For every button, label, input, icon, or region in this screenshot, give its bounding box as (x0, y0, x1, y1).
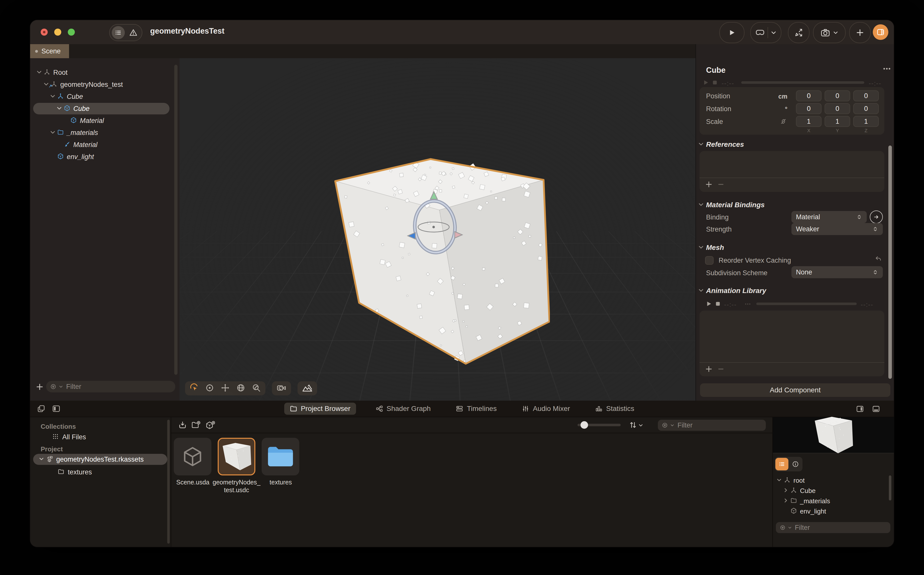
add-entity-button[interactable] (35, 381, 45, 392)
ellipsis-icon[interactable] (744, 300, 751, 308)
chevron-down-icon[interactable] (36, 69, 42, 76)
sort-button[interactable] (629, 421, 637, 430)
chevron-down-icon[interactable] (39, 456, 44, 462)
preview-filter-field[interactable] (776, 522, 891, 533)
chevron-down-icon[interactable] (788, 525, 792, 530)
rotation-x-field[interactable]: 0 (796, 103, 822, 114)
thumbnail-size-slider[interactable] (578, 424, 621, 426)
remove-reference-button[interactable] (717, 181, 725, 189)
references-list[interactable] (699, 151, 884, 192)
add-component-button[interactable]: Add Component (700, 383, 891, 397)
select-tool-button[interactable] (190, 383, 199, 393)
textures-folder-item[interactable]: textures (30, 467, 171, 477)
viewport-3d[interactable] (180, 58, 696, 401)
position-y-field[interactable]: 0 (825, 90, 850, 102)
tree-item-cube-mesh-selected[interactable]: Cube (30, 103, 180, 114)
chevron-down-icon[interactable] (50, 129, 56, 136)
tree-item-cube-transform[interactable]: Cube (30, 91, 180, 102)
tree-item-material-brush[interactable]: Material (30, 139, 180, 151)
inspector-scrollbar[interactable] (888, 146, 892, 379)
info-mode-button[interactable] (789, 458, 802, 470)
zoom-tool-button[interactable] (252, 383, 261, 393)
chevron-down-icon[interactable] (698, 141, 704, 148)
scrollbar[interactable] (174, 65, 177, 375)
new-asset-button[interactable] (206, 421, 215, 430)
stop-icon[interactable] (715, 300, 721, 308)
tree-item-material-cube[interactable]: Material (30, 115, 180, 126)
slider-thumb[interactable] (580, 421, 588, 429)
reset-camera-button[interactable] (276, 383, 287, 394)
scale-x-field[interactable]: 1 (796, 116, 822, 127)
rotation-z-field[interactable]: 0 (853, 103, 879, 114)
panel-right-toggle-button[interactable] (856, 405, 864, 414)
hierarchy-filter-input[interactable] (65, 383, 171, 391)
file-tile-scene-usda[interactable] (174, 438, 212, 475)
chevron-down-icon[interactable] (59, 384, 63, 389)
tab-shader-graph[interactable]: Shader Graph (370, 403, 437, 415)
more-options-button[interactable] (882, 64, 891, 74)
globe-tool-button[interactable] (236, 383, 245, 393)
chevron-down-icon[interactable] (698, 244, 704, 251)
preview-tree-env-light[interactable]: env_light (773, 506, 894, 516)
chevron-down-icon[interactable] (56, 105, 62, 112)
close-button[interactable] (41, 29, 48, 36)
preview-tree-cube[interactable]: Cube (773, 486, 894, 496)
goto-material-button[interactable] (870, 210, 883, 224)
scale-y-field[interactable]: 1 (825, 116, 850, 127)
preview-tree-materials[interactable]: _materials (773, 496, 894, 506)
position-z-field[interactable]: 0 (853, 90, 879, 102)
chevron-right-icon[interactable] (783, 498, 789, 504)
reorder-vertex-caching-checkbox[interactable] (705, 256, 714, 265)
position-x-field[interactable]: 0 (796, 90, 822, 102)
rotation-y-field[interactable]: 0 (825, 103, 850, 114)
binding-dropdown[interactable]: Material (792, 211, 867, 223)
preview-tree-root[interactable]: root (773, 475, 894, 485)
play-icon[interactable] (703, 79, 709, 87)
tab-scene[interactable]: Scene (30, 44, 69, 58)
tab-project-browser[interactable]: Project Browser (284, 403, 356, 415)
animation-track[interactable] (756, 303, 857, 305)
chevron-down-icon[interactable] (670, 423, 674, 428)
tree-item-materials-folder[interactable]: _materials (30, 127, 180, 138)
tab-audio-mixer[interactable]: Audio Mixer (516, 403, 575, 415)
orbit-tool-button[interactable] (205, 383, 214, 393)
outline-mode-button[interactable] (775, 458, 789, 470)
import-button[interactable] (178, 421, 187, 430)
tree-item-env-light[interactable]: env_light (30, 151, 180, 162)
preview-filter-input[interactable] (795, 524, 886, 532)
chevron-down-icon[interactable] (50, 93, 56, 100)
environment-button[interactable] (302, 383, 312, 394)
stop-icon[interactable] (712, 79, 718, 87)
link-broken-icon[interactable] (780, 118, 787, 126)
remove-animation-button[interactable] (717, 365, 725, 374)
capture-button[interactable] (813, 22, 846, 43)
tab-timelines[interactable]: Timelines (450, 403, 502, 415)
animation-list[interactable] (699, 311, 884, 376)
chevron-down-icon[interactable] (776, 477, 782, 484)
play-button[interactable] (719, 22, 744, 43)
chevron-down-icon[interactable] (698, 202, 704, 208)
project-bundle-item[interactable]: geometryNodesTest.rkassets (30, 454, 171, 465)
browser-filter-field[interactable] (658, 420, 766, 431)
file-tile-geometrynodes-usdc[interactable] (218, 438, 255, 475)
timeline-track[interactable] (741, 81, 864, 84)
all-files-item[interactable]: All Files (30, 432, 171, 442)
add-animation-button[interactable] (705, 365, 712, 374)
cube-mesh-3d[interactable] (329, 156, 550, 367)
add-button[interactable] (849, 22, 871, 43)
vision-pro-button[interactable] (750, 22, 781, 43)
chevron-down-icon[interactable] (43, 81, 49, 88)
strength-dropdown[interactable]: Weaker (792, 223, 883, 235)
tab-statistics[interactable]: Statistics (589, 403, 640, 415)
inspector-toggle-button[interactable] (873, 24, 888, 40)
new-folder-button[interactable] (191, 421, 201, 430)
scale-button[interactable] (788, 22, 809, 43)
hierarchy-filter-field[interactable] (46, 381, 175, 392)
tree-item-geometrynodes-test[interactable]: geometryNodes_test (30, 79, 180, 90)
reset-icon[interactable] (875, 256, 882, 264)
pan-tool-button[interactable] (221, 383, 230, 393)
minimize-button[interactable] (54, 29, 61, 36)
file-tile-textures-folder[interactable] (261, 438, 299, 475)
tree-item-root[interactable]: Root (30, 67, 180, 78)
warning-button[interactable] (127, 26, 140, 39)
